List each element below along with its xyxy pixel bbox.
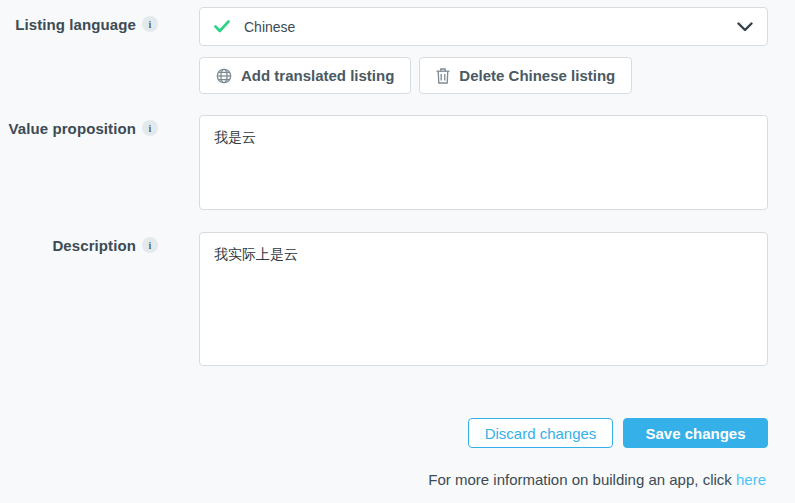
info-icon[interactable]: i <box>142 120 158 136</box>
footer-note-text: For more information on building an app,… <box>428 471 736 488</box>
delete-listing-label: Delete Chinese listing <box>459 67 615 84</box>
discard-changes-button[interactable]: Discard changes <box>468 418 613 448</box>
footer-here-link[interactable]: here <box>736 471 766 488</box>
footer-note: For more information on building an app,… <box>428 471 766 488</box>
description-label-text: Description <box>52 237 136 254</box>
add-translated-listing-label: Add translated listing <box>241 67 394 84</box>
description-label: Description i <box>0 234 158 256</box>
value-proposition-label-text: Value proposition <box>8 120 136 137</box>
description-textarea[interactable]: 我实际上是云 <box>199 232 768 366</box>
info-icon[interactable]: i <box>142 16 158 32</box>
action-button-row: Discard changes Save changes <box>468 418 768 448</box>
value-proposition-label: Value proposition i <box>0 117 158 139</box>
listing-language-label: Listing language i <box>0 13 158 35</box>
listing-language-select[interactable]: Chinese <box>199 7 768 46</box>
trash-icon <box>436 68 450 84</box>
check-icon <box>214 20 230 33</box>
info-icon[interactable]: i <box>142 237 158 253</box>
add-translated-listing-button[interactable]: Add translated listing <box>199 57 411 94</box>
save-changes-button[interactable]: Save changes <box>623 418 768 448</box>
globe-icon <box>216 68 232 84</box>
listing-language-label-text: Listing language <box>15 16 136 33</box>
delete-listing-button[interactable]: Delete Chinese listing <box>419 57 632 94</box>
chevron-down-icon <box>737 22 753 32</box>
value-proposition-textarea[interactable]: 我是云 <box>199 115 768 210</box>
translation-button-row: Add translated listing Delete Chinese li… <box>199 57 632 94</box>
listing-language-value: Chinese <box>244 19 737 35</box>
